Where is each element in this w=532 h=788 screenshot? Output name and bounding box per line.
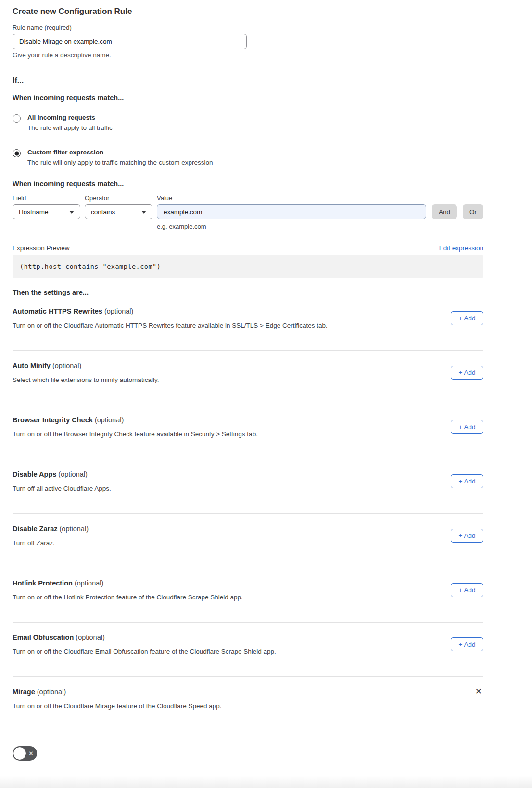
- expression-preview-label: Expression Preview: [13, 244, 70, 252]
- add-hotlink-protection-button[interactable]: + Add: [451, 583, 483, 597]
- optional-label: (optional): [56, 470, 87, 478]
- value-hint: e.g. example.com: [157, 223, 483, 230]
- toggle-knob: [13, 747, 26, 760]
- setting-title: Hotlink Protection: [13, 579, 73, 587]
- setting-description: Turn on or off the Cloudflare Email Obfu…: [13, 648, 451, 656]
- setting-description: Turn off Zaraz.: [13, 539, 451, 547]
- expression-builder-heading: When incoming requests match...: [13, 180, 483, 188]
- add-auto-minify-button[interactable]: + Add: [451, 366, 483, 380]
- field-selected-value: Hostname: [19, 208, 49, 216]
- close-icon[interactable]: ✕: [474, 687, 483, 697]
- configuration-rule-form: Create new Configuration Rule Rule name …: [0, 0, 532, 761]
- add-browser-integrity-check-button[interactable]: + Add: [451, 420, 483, 434]
- setting-title: Disable Zaraz: [13, 525, 58, 533]
- add-disable-zaraz-button[interactable]: + Add: [451, 529, 483, 543]
- setting-automatic-https-rewrites: Automatic HTTPS Rewrites (optional) Turn…: [13, 296, 483, 351]
- optional-label: (optional): [58, 525, 89, 533]
- setting-description: Turn on or off the Cloudflare Automatic …: [13, 321, 451, 330]
- optional-label: (optional): [93, 416, 124, 424]
- section-divider: [13, 67, 483, 67]
- optional-label: (optional): [51, 362, 81, 369]
- radio-description: The rule will apply to all traffic: [27, 124, 113, 132]
- page-bottom-gradient: [0, 776, 532, 788]
- expression-builder-row: Hostname contains And Or: [13, 204, 483, 219]
- value-input[interactable]: [157, 204, 426, 219]
- setting-hotlink-protection: Hotlink Protection (optional) Turn on or…: [13, 568, 483, 623]
- optional-label: (optional): [35, 688, 66, 696]
- toggle-off-icon: ✕: [28, 750, 34, 757]
- value-label: Value: [157, 194, 172, 202]
- radio-selected-icon[interactable]: [13, 149, 21, 157]
- setting-title: Mirage: [13, 688, 35, 696]
- setting-disable-zaraz: Disable Zaraz (optional) Turn off Zaraz.…: [13, 514, 483, 568]
- field-label: Field: [13, 194, 85, 202]
- optional-label: (optional): [74, 634, 104, 641]
- rule-name-help: Give your rule a descriptive name.: [13, 51, 483, 59]
- edit-expression-link[interactable]: Edit expression: [439, 244, 483, 252]
- optional-label: (optional): [102, 307, 133, 315]
- field-select[interactable]: Hostname: [13, 204, 80, 219]
- rule-name-label: Rule name (required): [13, 24, 483, 31]
- setting-mirage: Mirage (optional) ✕ Turn on or off the C…: [13, 677, 483, 761]
- then-settings-heading: Then the settings are...: [13, 289, 483, 296]
- page-title: Create new Configuration Rule: [13, 7, 483, 16]
- setting-description: Turn off all active Cloudflare Apps.: [13, 484, 451, 493]
- setting-title: Email Obfuscation: [13, 634, 74, 641]
- radio-label: All incoming requests: [27, 114, 113, 122]
- add-automatic-https-rewrites-button[interactable]: + Add: [451, 311, 483, 325]
- setting-email-obfuscation: Email Obfuscation (optional) Turn on or …: [13, 623, 483, 677]
- operator-label: Operator: [85, 194, 157, 202]
- setting-title: Auto Minify: [13, 362, 51, 369]
- rule-name-input[interactable]: [13, 34, 247, 49]
- match-heading: When incoming requests match...: [13, 94, 483, 102]
- setting-description: Select which file extensions to minify a…: [13, 376, 451, 384]
- setting-description: Turn on or off the Hotlink Protection fe…: [13, 593, 451, 602]
- add-email-obfuscation-button[interactable]: + Add: [451, 637, 483, 651]
- setting-title: Disable Apps: [13, 470, 56, 478]
- setting-browser-integrity-check: Browser Integrity Check (optional) Turn …: [13, 405, 483, 459]
- expression-preview-code: (http.host contains "example.com"): [13, 255, 483, 278]
- add-disable-apps-button[interactable]: + Add: [451, 474, 483, 488]
- optional-label: (optional): [73, 579, 103, 587]
- radio-all-incoming-requests[interactable]: All incoming requests The rule will appl…: [13, 114, 483, 132]
- chevron-down-icon: [69, 211, 74, 214]
- setting-auto-minify: Auto Minify (optional) Select which file…: [13, 351, 483, 405]
- chevron-down-icon: [141, 211, 146, 214]
- setting-title: Browser Integrity Check: [13, 416, 93, 424]
- request-match-radio-group: All incoming requests The rule will appl…: [13, 114, 483, 167]
- setting-title: Automatic HTTPS Rewrites: [13, 307, 102, 315]
- radio-label: Custom filter expression: [27, 148, 213, 157]
- mirage-toggle[interactable]: ✕: [13, 746, 37, 761]
- setting-disable-apps: Disable Apps (optional) Turn off all act…: [13, 459, 483, 514]
- if-heading: If...: [13, 76, 483, 85]
- setting-description: Turn on or off the Browser Integrity Che…: [13, 430, 451, 439]
- setting-description: Turn on or off the Cloudflare Mirage fea…: [13, 702, 483, 711]
- and-button[interactable]: And: [432, 204, 457, 219]
- radio-unselected-icon[interactable]: [13, 114, 21, 123]
- operator-select[interactable]: contains: [85, 204, 152, 219]
- radio-description: The rule will only apply to traffic matc…: [27, 158, 213, 167]
- operator-selected-value: contains: [91, 208, 115, 216]
- radio-custom-filter-expression[interactable]: Custom filter expression The rule will o…: [13, 148, 483, 167]
- or-button[interactable]: Or: [463, 204, 483, 219]
